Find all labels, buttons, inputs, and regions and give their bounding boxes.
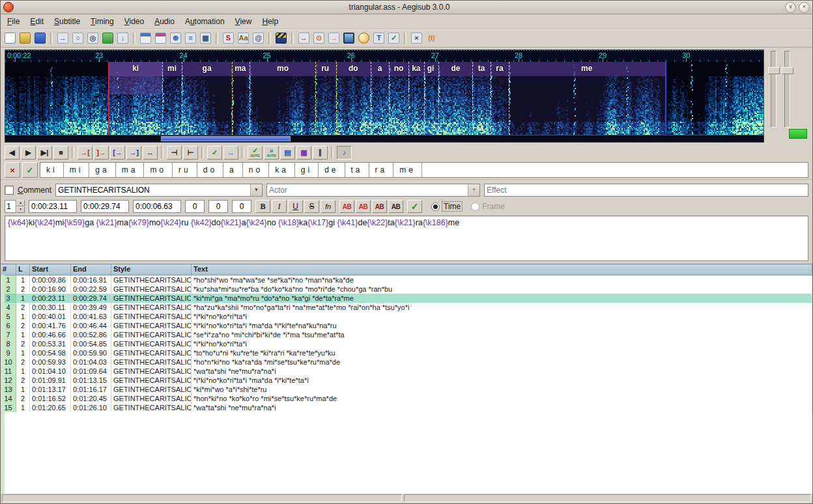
karaoke-syllable[interactable]: ta [345,163,369,177]
next-line-button[interactable]: ▶ [21,146,36,160]
margin-vertical-input[interactable] [232,200,251,213]
syllable-divider[interactable] [509,62,509,135]
karaoke-syllable-strip[interactable]: kimigamamorudoanokagidetarame [40,162,808,178]
karaoke-syllable[interactable]: ga [89,163,115,177]
strikeout-button[interactable]: S [304,200,319,213]
end-time-input[interactable] [81,200,129,213]
selection-end-marker[interactable] [665,62,666,135]
karaoke-syllable[interactable]: mo [144,163,173,177]
subtitle-grid[interactable]: #LStartEndStyleText 110:00:09.860:00:16.… [1,264,812,494]
syllable-divider[interactable] [491,62,491,135]
menu-timing[interactable]: Timing [85,16,119,27]
syllable-divider[interactable] [371,62,371,135]
styles-manager-button[interactable] [154,31,167,45]
karaoke-syllable[interactable]: a [223,163,243,177]
karaoke-syllable[interactable]: de [319,163,345,177]
attachments-button[interactable]: @ [251,31,265,45]
auto-go-to-next-button[interactable]: »AUTO [264,146,279,160]
duration-input[interactable] [133,200,181,213]
syllable-divider[interactable] [162,62,163,135]
table-row[interactable]: 110:00:09.860:00:16.91GETINTHECARITSALIO… [1,275,812,285]
play-selection-button[interactable]: ↔ [143,146,158,160]
syllable-divider[interactable] [250,62,250,135]
underline-button[interactable]: U [288,200,303,213]
layer-input[interactable] [5,200,16,213]
volume-slider[interactable] [784,51,790,128]
table-row[interactable]: 1020:00:59.930:01:04.03GETINTHECARITSALI… [1,357,812,367]
auto-scroll-button[interactable]: ▤ [280,146,295,160]
menu-automation[interactable]: Automation [180,16,230,27]
table-row[interactable]: 1420:01:16.520:01:20.45GETINTHECARITSALI… [1,394,812,403]
color-button-2[interactable]: AB [356,200,371,213]
table-row[interactable]: 420:00:30.110:00:39.49GETINTHECARITSALIO… [1,303,812,312]
vertical-link-button[interactable]: ∥ [313,146,328,160]
karaoke-syllable[interactable]: ka [269,163,295,177]
jump-to-button[interactable]: → [56,31,70,45]
margin-left-input[interactable] [185,200,205,213]
fonts-collector-button[interactable]: ⊕ [169,31,182,45]
karaoke-syllable[interactable]: ma [116,163,145,177]
clapperboard-button[interactable] [274,31,288,45]
timing-postprocessor-button[interactable]: ⊙ [312,31,326,45]
syllable-divider[interactable] [182,62,182,135]
vertical-zoom-slider[interactable] [771,51,777,128]
karaoke-syllable[interactable]: do [197,163,223,177]
shift-times-button[interactable]: ↔ [297,31,311,45]
syllable-divider[interactable] [315,62,316,135]
stop-button[interactable]: ■ [53,146,68,160]
table-row[interactable]: 820:00:53.310:00:54.85GETINTHECARITSALIO… [1,339,812,348]
syllable-divider[interactable] [408,62,409,135]
play-to-end-button[interactable]: ▶| [37,146,52,160]
actor-combo[interactable]: ▼ [266,184,480,197]
resample-button[interactable]: ▦ [199,31,212,45]
layer-up-icon[interactable]: ▲ [16,200,25,206]
kanji-timer-button[interactable]: → [327,31,341,45]
italic-button[interactable]: I [272,200,287,213]
go-to-selection-button[interactable]: → [223,146,238,160]
play-before-selection-button[interactable]: →[ [78,146,93,160]
save-as-button[interactable] [101,31,115,45]
styling-assistant-button[interactable]: Aa [236,31,250,45]
comment-checkbox[interactable] [5,186,14,195]
style-input[interactable] [56,184,250,196]
preview-monitor-button[interactable] [342,31,356,45]
open-file-button[interactable] [18,31,32,45]
table-row[interactable]: 220:00:16.900:00:22.59GETINTHECARITSALIO… [1,285,812,294]
table-row[interactable]: 620:00:41.760:00:46.44GETINTHECARITSALIO… [1,321,812,330]
new-file-button[interactable] [3,31,17,45]
karaoke-syllable[interactable]: gi [295,163,319,177]
karaoke-accept-button[interactable]: ✓ [22,162,38,178]
style-dropdown-arrow[interactable]: ▼ [250,184,262,196]
auto-commit-button[interactable]: ✓AUTO [248,146,263,160]
actor-input[interactable] [267,184,468,196]
effect-input[interactable] [484,184,808,197]
karaoke-syllable[interactable]: me [393,163,422,177]
find-next-button[interactable]: ◎ [86,31,100,45]
karaoke-syllable[interactable]: mi [64,163,90,177]
audio-timeline[interactable]: 0:00:222324252627282930 [5,50,763,62]
commit-button[interactable]: ✓ [407,200,422,213]
font-button[interactable]: fn [321,200,335,213]
export-button[interactable]: ↓ [116,31,130,45]
menu-subtitle[interactable]: Subtitle [49,16,85,27]
menu-video[interactable]: Video [119,16,149,27]
table-row[interactable]: 310:00:23.110:00:29.74GETINTHECARITSALIO… [1,294,812,303]
subtitle-text-editor[interactable]: {\k64}ki{\k24}mi{\k59}ga {\k21}ma{\k79}m… [5,216,808,261]
actor-dropdown-arrow[interactable]: ▼ [468,184,479,196]
lead-in-button[interactable]: ⊣ [167,146,182,160]
options-button[interactable]: × [410,31,423,45]
table-row[interactable]: 710:00:46.660:00:52.86GETINTHECARITSALIO… [1,330,812,339]
audio-scrollbar-thumb[interactable] [161,136,291,141]
lead-out-button[interactable]: ⊢ [183,146,198,160]
play-last-500ms-button[interactable]: →] [126,146,141,160]
commit-button[interactable]: ✓ [207,146,222,160]
syllable-divider[interactable] [472,62,473,135]
volume-handle[interactable] [782,67,793,74]
syllable-divider[interactable] [232,62,233,135]
menu-help[interactable]: Help [257,16,283,27]
karaoke-syllable[interactable]: no [243,163,269,177]
karaoke-syllable[interactable]: ru [173,163,197,177]
title-bar[interactable]: triangular.ass - Aegisub 3.0.0 ∨ × [1,1,812,14]
close-button[interactable]: × [799,2,810,13]
bold-button[interactable]: B [255,200,270,213]
